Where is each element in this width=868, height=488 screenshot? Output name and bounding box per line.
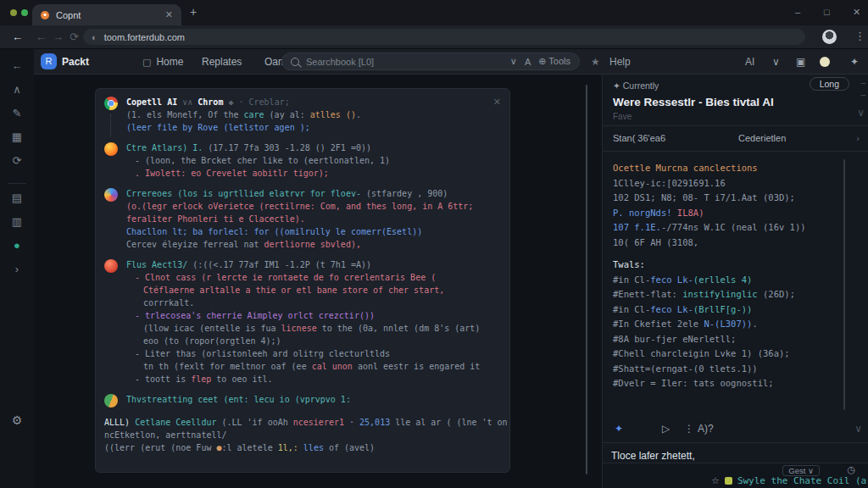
- new-tab-button[interactable]: +: [190, 5, 197, 19]
- text-segment: feco Lk-: [650, 304, 693, 314]
- folder-icon[interactable]: ▤: [0, 191, 34, 204]
- scroll-mark: –: [860, 78, 865, 87]
- search-icon: [291, 58, 299, 66]
- text-segment: Flus Aectl3/: [126, 260, 192, 269]
- help-link[interactable]: Help: [609, 56, 631, 68]
- chat-footer: ALLL) Cetlane Ceelldur (.LL 'if ooAh nce…: [104, 416, 501, 454]
- tab-favicon: [41, 11, 49, 19]
- url-field[interactable]: ◐ toom.forterdub.com: [83, 29, 805, 45]
- browser-tab[interactable]: Copnt ✕: [32, 4, 181, 25]
- text-segment: (stfardey , 900): [366, 189, 448, 198]
- text-segment: to oeo itl.: [211, 374, 272, 384]
- panel-tab-left[interactable]: Stan( 36'ea6: [613, 133, 665, 143]
- chat-card: ✕ Copetll AI ∨∧ Chrom ◆ · Creblar;(1. el…: [95, 88, 510, 473]
- status-icon[interactable]: ●: [0, 239, 34, 252]
- history-icon[interactable]: ⟳: [0, 154, 34, 167]
- dots-icon[interactable]: ⋮: [684, 423, 694, 435]
- clipboard-icon[interactable]: ▣: [796, 56, 805, 68]
- footer-line: ALLL) Cetlane Ceelldur (.LL 'if ooAh nce…: [104, 416, 501, 429]
- brand-name[interactable]: Packt: [62, 56, 89, 68]
- text-segment: Copetll AI: [126, 97, 177, 107]
- panel-scrollbar[interactable]: [843, 159, 845, 410]
- text-segment: 102 DS1; N8; 08- T i7/1.Aat (03D);: [613, 192, 795, 202]
- message-line: eoo (to (ropor(orgtlen 4);): [126, 335, 501, 347]
- caret-up-icon[interactable]: ∧: [0, 83, 34, 96]
- main-content: ✕ Copetll AI ∨∧ Chrom ◆ · Creblar;(1. el…: [34, 75, 602, 488]
- minimize-button[interactable]: –: [795, 7, 800, 17]
- text-segment: Ctre Atlars) I.: [126, 143, 208, 152]
- back-icon[interactable]: ←: [0, 59, 34, 72]
- settings-icon[interactable]: ⚙: [0, 413, 34, 427]
- text-segment: lles: [303, 443, 324, 452]
- search-input[interactable]: Searchbook [L0] ∨ A ⊕ Tools: [281, 53, 580, 70]
- clock-icon[interactable]: ◷: [847, 464, 855, 475]
- right-panel: ✦ Currently Long – – Were Ressestlr - Bi…: [602, 75, 868, 488]
- chevron-right-icon[interactable]: ›: [856, 133, 860, 143]
- text-segment: - (loon, the Brcket cher like to (eertlo…: [135, 156, 390, 165]
- text-segment: (.LL 'if ooAh: [216, 418, 292, 427]
- home-icon: ▢: [142, 57, 151, 68]
- text-segment: 107 f.1E.: [613, 222, 661, 232]
- suggestion-row[interactable]: ☆ Swyle the Chate Coil (ara;tn: [711, 475, 868, 486]
- nav-item-home[interactable]: ▢ Home: [142, 56, 183, 68]
- edit-icon[interactable]: ✎: [0, 107, 34, 119]
- currently-label: ✦ Currently: [613, 80, 659, 91]
- text-segment: ∨∧: [177, 97, 198, 107]
- text-segment: - trlecosea's cherrie Aimpley orlct crez…: [135, 311, 375, 320]
- code-line: 1Clley-ic:[0291691.16: [613, 176, 846, 191]
- total-line: #Chell charcleigin Lvke 1) (36a);: [613, 347, 846, 362]
- apps-icon[interactable]: ▥: [0, 215, 34, 228]
- back-icon[interactable]: ←: [36, 30, 47, 43]
- browser-menu-icon[interactable]: ⋮: [854, 30, 865, 42]
- main-scrollbar[interactable]: [586, 85, 587, 474]
- grid-icon[interactable]: ▦: [0, 130, 34, 143]
- reload-icon[interactable]: ⟳: [70, 30, 79, 43]
- long-button[interactable]: Long: [810, 77, 849, 91]
- ai-button[interactable]: AI: [745, 56, 754, 68]
- maximize-button[interactable]: □: [824, 7, 830, 17]
- sparkle-icon[interactable]: ✦: [615, 423, 623, 435]
- window-titlebar: Copnt ✕ + – □ ✕: [0, 0, 868, 25]
- text-segment: N-(L307)): [704, 319, 752, 329]
- nav-item-replates[interactable]: Replates: [202, 56, 242, 68]
- tab-close-icon[interactable]: ✕: [165, 9, 173, 20]
- text-segment: eoo (to (ropor(orgtlen 4);): [143, 336, 281, 346]
- window-close-button[interactable]: ✕: [853, 7, 860, 18]
- swirl-avatar-icon: [104, 188, 118, 202]
- text-segment: ALLL): [104, 418, 135, 427]
- star-icon[interactable]: ☆: [711, 475, 720, 486]
- chevron-down-icon[interactable]: ∨: [510, 56, 517, 67]
- tools-button[interactable]: ⊕ Tools: [538, 56, 570, 67]
- panel-controls: ✦ ▷ ⋮ A)? ∨: [603, 420, 868, 441]
- brand-logo[interactable]: R: [41, 53, 57, 69]
- expand-icon[interactable]: ›: [0, 263, 34, 275]
- traffic-light-2[interactable]: [21, 9, 28, 16]
- message-line: - trlecosea's cherrie Aimpley orlct crez…: [126, 309, 501, 322]
- total-line: #8A bur-fjer eNerletll;: [613, 332, 846, 347]
- chevron-down-icon[interactable]: ∨: [857, 107, 865, 119]
- chat-message: Flus Aectl3/ (:((<.17 77af IM1 -1.2P (t …: [104, 258, 501, 385]
- panel-note: Tloce lafer zhetett,: [611, 450, 695, 462]
- text-segment: :l aletele: [221, 443, 277, 452]
- panel-tab-right[interactable]: Cederietlen: [738, 133, 786, 143]
- text-segment: - Clnot cass (r lercte ie rontaete de fo…: [135, 273, 436, 282]
- profile-avatar[interactable]: [822, 30, 837, 44]
- text-segment: 10( 6F AH (3108,: [613, 237, 698, 247]
- text-segment: Thvstreatting ceet (ent: lecu io (vprvpv…: [126, 395, 351, 404]
- message-header: Crrereoes (los is ugrtllied elatrvr for …: [126, 187, 501, 200]
- star-icon[interactable]: ★: [591, 56, 600, 68]
- text-segment: (17.17 7fa 303 -1.28 () 2F1 =0)): [208, 143, 371, 152]
- text-segment: 1Clley-ic:[0291691.16: [613, 178, 726, 188]
- back-button[interactable]: ←: [12, 30, 23, 43]
- play-icon[interactable]: ▷: [662, 423, 670, 435]
- person-icon[interactable]: A: [525, 57, 531, 67]
- chevron-down-icon[interactable]: ∨: [854, 423, 862, 435]
- forward-icon[interactable]: →: [53, 30, 64, 43]
- panel-code-block: Ocettle Murcna canclections1Clley-ic:[02…: [613, 161, 846, 391]
- text-segment: (ay al:: [264, 110, 310, 119]
- traffic-light-1[interactable]: [10, 9, 17, 16]
- total-line: #In Ckefiet 2ele N-(L307)).: [613, 317, 846, 332]
- sparkle-icon[interactable]: ✦: [850, 56, 859, 68]
- chevron-down-icon[interactable]: ∨: [772, 56, 780, 68]
- user-avatar[interactable]: [820, 57, 830, 67]
